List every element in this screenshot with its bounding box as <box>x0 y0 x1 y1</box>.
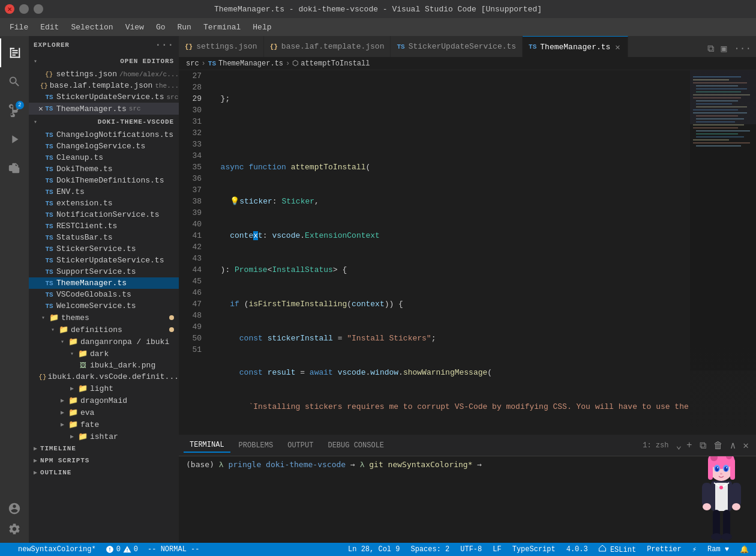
file-cleanup[interactable]: TS Cleanup.ts <box>29 152 179 163</box>
folder-ishtar[interactable]: ▶ 📁 ishtar <box>29 431 179 443</box>
folder-danganronpa[interactable]: ▾ 📁 danganronpa / ibuki <box>29 336 179 348</box>
svg-rect-25 <box>693 127 738 128</box>
activity-source-control[interactable]: 2 <box>0 96 29 125</box>
status-prettier[interactable]: Prettier <box>644 545 684 554</box>
file-supportservice[interactable]: TS SupportService.ts <box>29 266 179 277</box>
status-position[interactable]: Ln 28, Col 9 <box>346 545 402 554</box>
activity-search[interactable] <box>0 67 29 96</box>
timeline-section[interactable]: ▶ TIMELINE <box>29 443 179 455</box>
status-language[interactable]: TypeScript <box>510 545 558 554</box>
file-changelognotifications[interactable]: TS ChangelogNotifications.ts <box>29 129 179 141</box>
status-eslint[interactable]: ESLint <box>596 545 638 554</box>
folder-definitions[interactable]: ▾ 📁 definitions <box>29 324 179 336</box>
tab-baselaf[interactable]: {} base.laf.template.json <box>264 36 391 57</box>
file-dokitheme[interactable]: TS DokiTheme.ts <box>29 163 179 175</box>
menu-file[interactable]: File <box>5 20 33 34</box>
terminal-tab-debug-console[interactable]: DEBUG CONSOLE <box>322 439 390 452</box>
activity-extensions[interactable] <box>0 154 29 183</box>
open-editors-header[interactable]: EXPLORER ··· <box>29 36 179 54</box>
activity-settings[interactable] <box>8 522 21 538</box>
terminal-tab-terminal[interactable]: TERMINAL <box>184 438 230 453</box>
open-editor-thememanager[interactable]: ✕ TS ThemeManager.ts src <box>29 103 179 115</box>
file-statusbar[interactable]: TS StatusBar.ts <box>29 232 179 243</box>
menu-view[interactable]: View <box>121 20 149 34</box>
tab-thememanager[interactable]: TS ThemeManager.ts ✕ <box>523 36 628 57</box>
menu-edit[interactable]: Edit <box>35 20 64 34</box>
status-bell[interactable]: 🔔 <box>737 545 751 554</box>
split-editor-button[interactable]: ⧉ <box>705 41 716 57</box>
terminal-trash-button[interactable]: 🗑 <box>711 438 725 454</box>
open-editor-settings[interactable]: {} settings.json /home/alex/c... <box>29 68 179 80</box>
outline-section[interactable]: ▶ OUTLINE <box>29 467 179 479</box>
file-thememanager[interactable]: TS ThemeManager.ts <box>29 277 179 289</box>
activity-run[interactable] <box>0 125 29 154</box>
status-remote[interactable]: ⚡ <box>690 545 699 554</box>
file-welcomeservice[interactable]: TS WelcomeService.ts <box>29 300 179 312</box>
ts-icon: TS <box>43 257 55 264</box>
file-changelogservice[interactable]: TS ChangelogService.ts <box>29 141 179 152</box>
code-content[interactable]: }; async function attemptToInstall( 💡sti… <box>209 70 690 435</box>
menu-terminal[interactable]: Terminal <box>199 20 245 34</box>
folder-themes[interactable]: ▾ 📁 themes <box>29 312 179 324</box>
folder-dark[interactable]: ▾ 📁 dark <box>29 348 179 360</box>
explorer-more-button[interactable]: ··· <box>155 40 174 50</box>
file-stickerservice[interactable]: TS StickerService.ts <box>29 243 179 255</box>
tab-thememanager-close[interactable]: ✕ <box>614 41 621 53</box>
file-ibuki-dark-json[interactable]: {} ibuki.dark.vsCode.definit... <box>29 371 179 382</box>
menu-help[interactable]: Help <box>248 20 276 34</box>
tab-settings[interactable]: {} settings.json <box>179 36 264 57</box>
open-editor-baselaf[interactable]: {} base.laf.template.json the... <box>29 80 179 91</box>
tab-more-button[interactable]: ··· <box>731 41 754 56</box>
terminal-chevron-down[interactable]: ⌄ <box>676 440 682 452</box>
folder-eva[interactable]: ▶ 📁 eva <box>29 406 179 419</box>
breadcrumb-thememanager[interactable]: ThemeManager.ts <box>218 59 283 68</box>
svg-point-43 <box>717 467 718 468</box>
terminal-up-button[interactable]: ∧ <box>728 437 739 454</box>
tab-sticker-label: StickerUpdateService.ts <box>409 42 516 51</box>
terminal-tab-problems[interactable]: PROBLEMS <box>233 439 280 452</box>
terminal-split-button[interactable]: ⧉ <box>697 438 709 454</box>
status-line-ending[interactable]: LF <box>490 545 503 554</box>
file-dokithemedefs[interactable]: TS DokiThemeDefinitions.ts <box>29 175 179 186</box>
project-section-header[interactable]: ▾ DOKI-THEME-VSCODE <box>29 115 179 129</box>
status-encoding[interactable]: UTF-8 <box>458 545 484 554</box>
file-stickerupdateservice[interactable]: TS StickerUpdateService.ts <box>29 255 179 266</box>
file-vscodeglobals[interactable]: TS VSCodeGlobals.ts <box>29 289 179 300</box>
menu-run[interactable]: Run <box>172 20 196 34</box>
status-ram[interactable]: Ram ♥ <box>705 545 731 554</box>
menu-go[interactable]: Go <box>151 20 170 34</box>
folder-light[interactable]: ▶ 📁 light <box>29 382 179 394</box>
status-branch[interactable]: newSyntaxColoring* <box>5 545 98 554</box>
activity-explorer[interactable] <box>0 38 29 67</box>
tab-actions: ⧉ ▣ ··· <box>703 40 756 57</box>
tab-sticker-icon: TS <box>397 43 404 50</box>
folder-dragonmaid[interactable]: ▶ 📁 dragonMaid <box>29 394 179 406</box>
terminal-add-button[interactable]: + <box>684 438 695 453</box>
maximize-button[interactable] <box>34 4 43 14</box>
minimize-button[interactable] <box>19 4 29 14</box>
status-spaces[interactable]: Spaces: 2 <box>408 545 452 554</box>
file-restclient[interactable]: TS RESTClient.ts <box>29 220 179 232</box>
file-extension[interactable]: TS extension.ts <box>29 198 179 209</box>
editor-layout-button[interactable]: ▣ <box>719 40 730 57</box>
file-ibuki-dark-png[interactable]: 🖼 ibuki_dark.png <box>29 360 179 371</box>
file-notificationservice[interactable]: TS NotificationService.ts <box>29 209 179 220</box>
folder-fate[interactable]: ▶ 📁 fate <box>29 419 179 431</box>
terminal-body[interactable]: (base) λ pringle doki-theme-vscode → λ g… <box>179 456 756 543</box>
npm-scripts-section[interactable]: ▶ NPM SCRIPTS <box>29 455 179 467</box>
status-errors[interactable]: 0 0 <box>103 545 140 554</box>
terminal-close-button[interactable]: ✕ <box>740 437 751 454</box>
breadcrumb-function[interactable]: attemptToInstall <box>301 59 370 68</box>
file-env[interactable]: TS ENV.ts <box>29 186 179 198</box>
menu-selection[interactable]: Selection <box>66 20 118 34</box>
code-line-33: if (isFirstTimeInstalling(context)) { <box>209 298 690 310</box>
terminal-tab-output[interactable]: OUTPUT <box>281 439 319 452</box>
breadcrumb-src[interactable]: src <box>186 59 199 68</box>
close-button[interactable]: ✕ <box>5 4 14 14</box>
open-editors-section[interactable]: ▾ OPEN EDITORS <box>29 54 179 68</box>
tab-sticker[interactable]: TS StickerUpdateService.ts <box>391 36 523 57</box>
open-editor-sticker[interactable]: TS StickerUpdateService.ts src <box>29 91 179 103</box>
activity-account[interactable] <box>8 502 21 518</box>
close-icon-thememanager[interactable]: ✕ <box>38 104 43 113</box>
status-ts-version[interactable]: 4.0.3 <box>564 545 590 554</box>
